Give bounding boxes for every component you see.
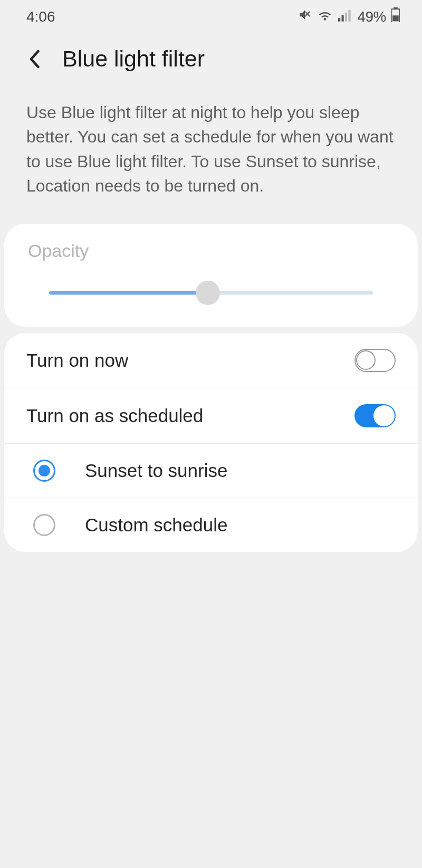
- svg-rect-1: [342, 15, 344, 22]
- custom-schedule-label: Custom schedule: [85, 514, 227, 536]
- page-description: Use Blue light filter at night to help y…: [0, 92, 422, 217]
- toggle-knob: [356, 350, 376, 370]
- sunset-to-sunrise-label: Sunset to sunrise: [85, 460, 227, 481]
- custom-schedule-row[interactable]: Custom schedule: [4, 498, 418, 552]
- svg-rect-0: [338, 18, 340, 22]
- slider-thumb[interactable]: [196, 281, 220, 305]
- header: Blue light filter: [0, 31, 422, 92]
- chevron-left-icon: [28, 50, 40, 69]
- status-right: 49%: [298, 7, 400, 26]
- turn-on-now-toggle[interactable]: [354, 349, 396, 372]
- battery-percent: 49%: [357, 8, 386, 25]
- battery-icon: [391, 7, 400, 26]
- turn-on-scheduled-label: Turn on as scheduled: [26, 405, 203, 426]
- turn-on-scheduled-toggle[interactable]: [354, 404, 396, 427]
- custom-schedule-radio[interactable]: [33, 514, 55, 536]
- opacity-card: Opacity: [4, 224, 418, 327]
- opacity-label: Opacity: [28, 241, 394, 261]
- turn-on-scheduled-row[interactable]: Turn on as scheduled: [4, 388, 418, 444]
- wifi-icon: [317, 8, 333, 25]
- sunset-to-sunrise-radio[interactable]: [33, 460, 55, 482]
- opacity-slider[interactable]: [49, 282, 373, 303]
- svg-rect-3: [349, 9, 351, 21]
- status-bar: 4:06 49%: [0, 0, 422, 31]
- svg-rect-6: [392, 15, 398, 21]
- turn-on-now-label: Turn on now: [26, 350, 128, 371]
- svg-rect-2: [345, 12, 347, 21]
- settings-card: Turn on now Turn on as scheduled Sunset …: [4, 333, 418, 552]
- status-time: 4:06: [26, 8, 55, 25]
- toggle-knob: [373, 405, 395, 426]
- mute-icon: [298, 8, 312, 25]
- page-title: Blue light filter: [62, 46, 205, 72]
- back-button[interactable]: [22, 47, 46, 71]
- slider-fill: [49, 291, 208, 294]
- sunset-to-sunrise-row[interactable]: Sunset to sunrise: [4, 444, 418, 498]
- turn-on-now-row[interactable]: Turn on now: [4, 333, 418, 388]
- signal-icon: [338, 8, 352, 25]
